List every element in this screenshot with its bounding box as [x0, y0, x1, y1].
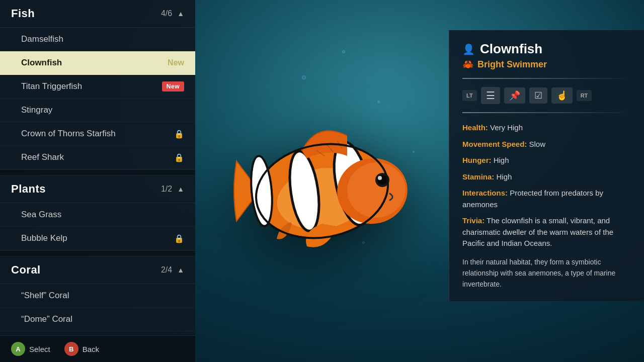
body-text: In their natural habitat, they form a sy…: [462, 256, 631, 290]
reef-shark-lock-icon: 🔒: [174, 153, 184, 162]
plants-section-title: Plants: [11, 183, 46, 196]
list-item-stingray[interactable]: Stingray: [0, 99, 195, 122]
stamina-value-text: High: [497, 172, 512, 181]
health-label: Health:: [462, 123, 488, 132]
a-button: A: [11, 342, 25, 356]
coral-section-header: Coral 2/4 ▲: [0, 256, 195, 284]
stat-health: Health: Very High: [462, 122, 631, 134]
shelf-coral-label: “Shelf” Coral: [21, 291, 69, 301]
tab-rt[interactable]: RT: [577, 90, 592, 101]
list-item-shelf-coral[interactable]: “Shelf” Coral: [0, 284, 195, 308]
tab-lt[interactable]: LT: [462, 90, 477, 101]
bottom-controls-bar: A Select B Back: [0, 335, 195, 362]
stat-stamina: Stamina: High: [462, 171, 631, 183]
back-label: Back: [83, 345, 99, 353]
coral-section-count: 2/4: [161, 265, 172, 275]
plants-separator: [0, 169, 195, 175]
svg-point-12: [378, 176, 382, 180]
bubble-kelp-lock-icon: 🔒: [174, 234, 184, 243]
list-item-reef-shark[interactable]: Reef Shark 🔒: [0, 146, 195, 169]
tab-hand[interactable]: ☝: [551, 87, 573, 104]
clownfish-new-badge: New: [168, 58, 184, 67]
plants-chevron-icon: ▲: [177, 185, 184, 193]
list-item-sea-grass[interactable]: Sea Grass: [0, 203, 195, 227]
select-control[interactable]: A Select: [11, 342, 50, 356]
plants-section-right: 1/2 ▲: [161, 185, 184, 194]
trivia-value-text: The clownfish is a small, vibrant, and c…: [462, 216, 613, 247]
fish-section-header: Fish 4/6 ▲: [0, 0, 195, 28]
list-item-crown-of-thorns-starfish[interactable]: Crown of Thorns Starfish 🔒: [0, 122, 195, 146]
list-icon: ☰: [486, 89, 495, 102]
list-item-damselfish[interactable]: Damselfish: [0, 28, 195, 51]
list-item-bubble-kelp[interactable]: Bubble Kelp 🔒: [0, 227, 195, 250]
hunger-value-text: High: [494, 156, 509, 164]
list-item-titan-triggerfish[interactable]: Titan Triggerfish New: [0, 75, 195, 99]
fish-chevron-icon: ▲: [177, 10, 184, 18]
fish-profile-icon: 👤: [462, 43, 475, 55]
fish-section-title: Fish: [11, 7, 35, 20]
info-panel: 👤 Clownfish 🦀 Bright Swimmer LT ☰ 📌 ☑ ☝ …: [449, 30, 644, 301]
list-item-clownfish[interactable]: Clownfish New: [0, 51, 195, 75]
crown-of-thorns-lock-icon: 🔒: [174, 129, 184, 139]
select-label: Select: [29, 345, 50, 353]
tab-bar: LT ☰ 📌 ☑ ☝ RT: [462, 87, 631, 104]
movement-speed-value-text: Slow: [529, 140, 546, 148]
clownfish-illustration: [216, 90, 428, 272]
fish-subtitle-icon: 🦀: [462, 59, 473, 70]
titan-triggerfish-new-badge: New: [162, 81, 184, 92]
damselfish-label: Damselfish: [21, 34, 63, 44]
back-control[interactable]: B Back: [64, 342, 99, 356]
tab-list[interactable]: ☰: [481, 87, 500, 104]
coral-separator: [0, 250, 195, 256]
header-divider: [462, 78, 631, 79]
stat-trivia: Trivia: The clownfish is a small, vibran…: [462, 215, 631, 249]
reef-shark-label: Reef Shark: [21, 152, 64, 162]
coral-section-right: 2/4 ▲: [161, 265, 184, 275]
clownfish-label: Clownfish: [21, 58, 62, 68]
titan-triggerfish-label: Titan Triggerfish: [21, 81, 82, 92]
sea-grass-label: Sea Grass: [21, 210, 61, 220]
dome-coral-label: “Dome” Coral: [21, 314, 72, 324]
movement-speed-label: Movement Speed:: [462, 140, 527, 148]
stamina-label: Stamina:: [462, 172, 494, 181]
plants-section-header: Plants 1/2 ▲: [0, 175, 195, 203]
coral-chevron-icon: ▲: [177, 266, 184, 274]
tab-check[interactable]: ☑: [529, 87, 547, 104]
trivia-label: Trivia:: [462, 216, 485, 225]
plants-section-count: 1/2: [161, 185, 172, 194]
fish-subtitle-text: Bright Swimmer: [477, 59, 547, 70]
list-item-dome-coral[interactable]: “Dome” Coral: [0, 308, 195, 331]
fish-name-header: 👤 Clownfish: [462, 41, 631, 57]
fish-section-count: 4/6: [161, 9, 172, 18]
stat-interactions: Interactions: Protected from predators b…: [462, 188, 631, 210]
stingray-label: Stingray: [21, 105, 52, 115]
health-value-text: Very High: [490, 123, 523, 132]
hand-icon: ☝: [556, 90, 568, 101]
interactions-label: Interactions:: [462, 189, 508, 197]
sidebar: Fish 4/6 ▲ Damselfish Clownfish New Tita…: [0, 0, 195, 362]
bubble-kelp-label: Bubble Kelp: [21, 233, 67, 243]
stat-movement-speed: Movement Speed: Slow: [462, 139, 631, 150]
tab-divider: [462, 112, 631, 113]
stat-hunger: Hunger: High: [462, 155, 631, 166]
fish-subtitle: 🦀 Bright Swimmer: [462, 59, 631, 70]
tab-pin[interactable]: 📌: [504, 87, 525, 104]
b-button: B: [64, 342, 78, 356]
coral-section-title: Coral: [11, 263, 41, 277]
crown-of-thorns-label: Crown of Thorns Starfish: [21, 129, 116, 139]
hunger-label: Hunger:: [462, 156, 492, 164]
fish-section-right: 4/6 ▲: [161, 9, 184, 18]
fish-name-label: Clownfish: [480, 41, 542, 57]
pin-icon: 📌: [509, 90, 520, 101]
check-icon: ☑: [534, 90, 542, 101]
fish-display-area: [195, 0, 449, 362]
